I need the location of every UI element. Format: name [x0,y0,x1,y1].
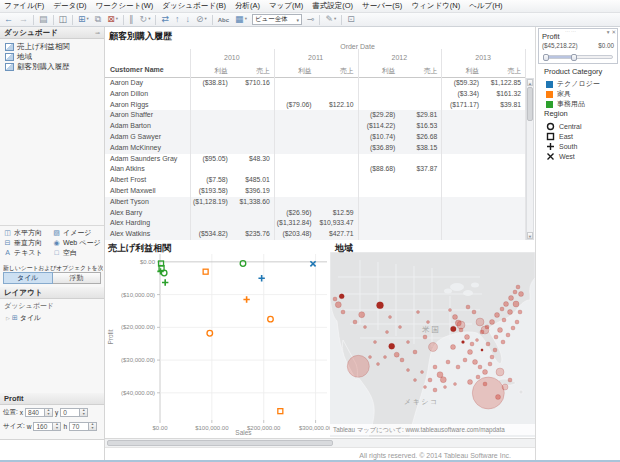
sort-descending-icon: ↓ [185,15,190,24]
sidebar-sheet-0[interactable]: 売上げ利益相関 [2,42,102,52]
size-h-spinner[interactable]: ▲▼ [89,422,97,431]
us-map[interactable]: 米国 メキシコ [330,252,535,437]
table-row[interactable]: Alan Atkins($88.68)$37.87 [105,164,525,175]
card-menu-icon[interactable]: ▾ [607,29,610,35]
add-data-source-button[interactable]: ◫ [58,14,69,26]
table-row[interactable]: Albert Maxwell($193.58)$396.19 [105,186,525,197]
clear-sheet-icon: ⊠ [107,15,115,24]
menu-1[interactable]: データ(D) [53,1,86,11]
menu-5[interactable]: マップ(M) [269,1,303,11]
menu-8[interactable]: ウィンドウ(N) [411,1,460,11]
table-row[interactable]: Alex Watkins($534.82)$235.76($203.48)$42… [105,229,525,240]
table-row[interactable]: Adam McKinney($36.89)$38.15 [105,143,525,154]
menu-0[interactable]: ファイル(F) [4,1,44,11]
tiled-button[interactable]: タイル [3,272,53,284]
value-cell [358,78,400,89]
map-attribution[interactable]: Tableau マップについて: www.tableausoftware.com… [330,424,535,435]
chevron-down-icon[interactable]: ▾ [205,17,207,22]
table-row[interactable]: Aaron Day($38.81)$710.16($59.32)$1,122.8… [105,78,525,89]
sidebar-sheet-1[interactable]: 地域 [2,52,102,62]
region-legend-item[interactable]: South [546,141,620,151]
chevron-down-icon[interactable]: ▾ [245,17,247,22]
floating-button[interactable]: 浮動 [53,272,102,284]
table-row[interactable]: Aaron Riggs($79.06)$122.10($171.17)$39.8… [105,100,525,111]
sidebar-sheet-2[interactable]: 顧客別購入履歴 [2,62,102,72]
card-grip-handle[interactable]: ⋯⋯ [565,28,577,34]
chevron-down-icon[interactable]: ▾ [334,17,336,22]
table-row[interactable]: Adam Barton($114.22)$16.53 [105,121,525,132]
table-row[interactable]: Albert Frost($7.58)$485.01 [105,175,525,186]
object-text[interactable]: Aテキスト [3,248,52,257]
pos-x-field[interactable]: 840 [25,408,45,417]
expander-icon[interactable]: ▷ [6,315,10,321]
chevron-down-icon[interactable]: ▾ [148,17,150,22]
table-row[interactable]: Alex Harding($1,312.84)$10,933.47 [105,218,525,229]
clear-sheet-button[interactable]: ⊠▾ [106,14,119,26]
card-close-icon[interactable]: ✕ [611,29,616,35]
duplicate-sheet-button[interactable]: ⧉ [94,14,102,26]
slider-left-handle[interactable] [543,54,549,61]
region-legend-item[interactable]: East [546,131,620,141]
fit-selector[interactable]: ビュー全体▾ [252,14,302,25]
show-me-button[interactable]: ▦▾ [234,14,248,26]
menu-6[interactable]: 書式設定(O) [312,1,353,11]
table-row[interactable]: Albert Tyson($1,128.19)$1,338.60 [105,197,525,208]
scatter-plot[interactable]: $0.00$100,000.00$200,000.00$300,000.00$0… [105,240,330,437]
table-row[interactable]: Alex Barry($26.96)$12.59 [105,208,525,219]
table-row[interactable]: Adam G Sawyer($10.74)$26.68 [105,132,525,143]
chevron-down-icon[interactable]: ▾ [116,17,118,22]
object-web[interactable]: ◉Web ページ [52,238,101,247]
scrollbar-thumb[interactable] [527,87,533,121]
menu-9[interactable]: ヘルプ(H) [469,1,502,11]
size-w-spinner[interactable]: ▲▼ [53,422,61,431]
scroll-up-arrow[interactable]: ▲ [527,79,533,86]
scroll-down-arrow[interactable]: ▼ [527,232,533,239]
show-mark-labels-button[interactable]: Abc [217,14,230,26]
run-update-button[interactable]: ↻▾ [139,14,152,26]
menu-7[interactable]: サーバー(S) [362,1,402,11]
region-legend-item[interactable]: West [546,151,620,161]
menu-2[interactable]: ワークシート(W) [96,1,154,11]
row-header-label: Customer Name [110,66,164,73]
region-legend-item[interactable]: Central [546,121,620,131]
pause-auto-updates-button[interactable]: ∥ [128,14,135,26]
new-worksheet-button[interactable]: ⊞▾ [77,14,90,26]
swap-rows-columns-button[interactable]: ⇄ [160,14,170,26]
category-legend-item[interactable]: 事務用品 [546,99,620,109]
category-legend-item[interactable]: テクノロジー [546,79,620,89]
object-horizontal[interactable]: ◫水平方向 [3,228,52,237]
category-legend-item[interactable]: 家具 [546,89,620,99]
size-w-field[interactable]: 160 [33,422,53,431]
panel-pin-icon[interactable]: ⊸ [95,29,100,36]
fix-axes-button[interactable]: ⊸ [306,14,316,26]
object-image[interactable]: ▨イメージ [52,228,101,237]
slider-right-handle[interactable] [571,54,577,61]
highlight-button[interactable]: ⊘▾ [195,14,208,26]
sort-ascending-button[interactable]: ↑ [174,14,181,26]
menu-4[interactable]: 分析(A) [235,1,260,11]
layout-tree-item[interactable]: ▷ ⊞ タイル [6,313,102,323]
table-row[interactable]: Aaron Dillon($3.34)$161.32 [105,89,525,100]
object-blank[interactable]: □空白 [52,248,101,257]
save-button[interactable]: ▤ [38,14,49,26]
size-h-field[interactable]: 70 [69,422,89,431]
menu-3[interactable]: ダッシュボード(B) [162,1,226,11]
table-row[interactable]: Aaron Shaffer($29.28)$29.81 [105,110,525,121]
chevron-down-icon[interactable]: ▾ [296,17,299,23]
object-vertical[interactable]: ⊟垂直方向 [3,238,52,247]
value-cell [274,110,316,121]
forward-button[interactable]: → [18,14,29,26]
table-row[interactable]: Adam Saunders Gray($95.05)$48.30 [105,154,525,165]
crosstab-vertical-scrollbar[interactable]: ▲ ▼ [526,78,534,240]
pos-y-spinner[interactable]: ▲▼ [80,408,88,417]
canvas-horizontal-scrollbar[interactable] [105,438,535,448]
back-button[interactable]: ← [3,14,14,26]
format-button[interactable]: ✎▾ [324,14,337,26]
pos-y-field[interactable]: 0 [60,408,80,417]
profit-range-slider[interactable] [543,55,613,59]
chevron-down-icon[interactable]: ▾ [87,17,89,22]
sort-descending-button[interactable]: ↓ [184,14,191,26]
pos-x-spinner[interactable]: ▲▼ [45,408,53,417]
presentation-mode-button[interactable]: ⊡ [346,14,356,26]
hscroll-thumb[interactable] [107,440,333,446]
